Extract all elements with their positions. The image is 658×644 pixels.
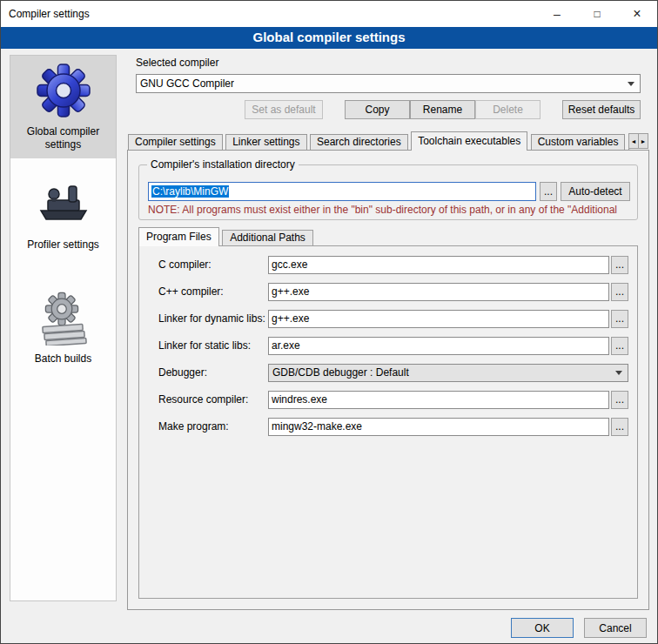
title-bar: Compiler settings – □ × — [1, 1, 657, 27]
tab-custom-variables[interactable]: Custom variables — [531, 134, 626, 150]
resource-compiler-row: Resource compiler: ... — [158, 390, 628, 409]
debugger-row: Debugger: GDB/CDB debugger : Default — [158, 363, 628, 382]
c-compiler-input[interactable] — [268, 256, 609, 274]
debugger-dropdown[interactable]: GDB/CDB debugger : Default — [268, 364, 628, 382]
selected-compiler-label: Selected compiler — [136, 57, 218, 69]
debugger-label: Debugger: — [158, 366, 268, 379]
make-program-label: Make program: — [158, 420, 268, 433]
chevron-down-icon — [628, 82, 634, 86]
compiler-settings-dialog: Compiler settings – □ × Global compiler … — [0, 0, 658, 644]
main-panel: Selected compiler GNU GCC Compiler Set a… — [127, 55, 649, 621]
caption-buttons: – □ × — [537, 1, 657, 27]
ok-button[interactable]: OK — [511, 618, 574, 638]
static-linker-browse-button[interactable]: ... — [611, 337, 628, 355]
cpp-compiler-browse-button[interactable]: ... — [611, 283, 628, 301]
make-program-browse-button[interactable]: ... — [611, 418, 628, 436]
profiler-plane-icon — [36, 176, 91, 231]
selected-compiler-value: GNU GCC Compiler — [137, 77, 234, 90]
sidebar-item-label: Batch builds — [12, 352, 114, 366]
settings-tab-strip: Compiler settings Linker settings Search… — [128, 131, 631, 151]
resource-compiler-label: Resource compiler: — [158, 393, 268, 406]
tab-compiler-settings[interactable]: Compiler settings — [128, 134, 223, 150]
tab-scroll-buttons: ◄ ► — [628, 133, 648, 149]
installation-directory-row: C:\raylib\MinGW ... Auto-detect — [148, 182, 630, 201]
sidebar-item-profiler-settings[interactable]: Profiler settings — [10, 169, 116, 258]
bin-subdirectory-note: NOTE: All programs must exist either in … — [148, 204, 636, 216]
close-button[interactable]: × — [617, 1, 657, 27]
installation-directory-value: C:\raylib\MinGW — [151, 185, 229, 198]
sidebar-item-label: Profiler settings — [12, 238, 114, 252]
program-files-panel: C compiler: ... C++ compiler: ... Linker… — [138, 245, 638, 599]
static-linker-input[interactable] — [268, 337, 609, 355]
compiler-buttons-row: Set as default Copy Rename Delete Reset … — [136, 100, 641, 119]
maximize-button[interactable]: □ — [577, 1, 617, 27]
sidebar-item-label: Global compiler settings — [12, 125, 114, 151]
tab-search-directories[interactable]: Search directories — [310, 134, 408, 150]
static-linker-row: Linker for static libs: ... — [158, 336, 628, 355]
resource-compiler-input[interactable] — [268, 391, 609, 409]
copy-button[interactable]: Copy — [345, 100, 410, 119]
cpp-compiler-row: C++ compiler: ... — [158, 282, 628, 301]
installation-directory-label: Compiler's installation directory — [147, 158, 299, 171]
installation-directory-input[interactable]: C:\raylib\MinGW — [148, 182, 536, 201]
installation-directory-group: Compiler's installation directory C:\ray… — [138, 164, 638, 220]
set-as-default-button[interactable]: Set as default — [245, 100, 323, 119]
dynamic-linker-input[interactable] — [268, 310, 609, 328]
minimize-button[interactable]: – — [537, 1, 577, 27]
sidebar-item-global-compiler-settings[interactable]: Global compiler settings — [10, 56, 116, 158]
static-linker-label: Linker for static libs: — [158, 339, 268, 352]
dialog-header: Global compiler settings — [1, 27, 657, 49]
program-files-tab-strip: Program Files Additional Paths — [138, 227, 312, 247]
c-compiler-row: C compiler: ... — [158, 255, 628, 274]
chevron-down-icon — [615, 371, 622, 375]
c-compiler-browse-button[interactable]: ... — [611, 256, 628, 274]
tab-scroll-right-button[interactable]: ► — [638, 133, 648, 149]
tab-linker-settings[interactable]: Linker settings — [225, 134, 306, 150]
tab-program-files[interactable]: Program Files — [138, 227, 219, 246]
delete-button[interactable]: Delete — [475, 100, 540, 119]
dynamic-linker-row: Linker for dynamic libs: ... — [158, 309, 628, 328]
settings-category-list: Global compiler settings Profiler settin… — [10, 55, 117, 601]
c-compiler-label: C compiler: — [158, 258, 268, 271]
cpp-compiler-input[interactable] — [268, 283, 609, 301]
reset-defaults-button[interactable]: Reset defaults — [562, 100, 641, 119]
blue-gear-icon — [36, 63, 91, 118]
debugger-value: GDB/CDB debugger : Default — [272, 366, 409, 379]
gray-gear-stack-icon — [36, 290, 91, 345]
tab-toolchain-executables[interactable]: Toolchain executables — [411, 131, 527, 151]
rename-button[interactable]: Rename — [410, 100, 475, 119]
dialog-content: Global compiler settings Profiler settin… — [1, 49, 657, 643]
installation-directory-browse-button[interactable]: ... — [540, 182, 557, 201]
toolchain-executables-panel: Compiler's installation directory C:\ray… — [127, 150, 649, 610]
cancel-button[interactable]: Cancel — [584, 618, 647, 638]
selected-compiler-dropdown[interactable]: GNU GCC Compiler — [136, 74, 641, 93]
resource-compiler-browse-button[interactable]: ... — [611, 391, 628, 409]
tab-additional-paths[interactable]: Additional Paths — [222, 230, 313, 245]
window-title: Compiler settings — [1, 8, 90, 20]
dynamic-linker-label: Linker for dynamic libs: — [158, 312, 268, 325]
dynamic-linker-browse-button[interactable]: ... — [611, 310, 628, 328]
cpp-compiler-label: C++ compiler: — [158, 285, 268, 298]
sidebar-item-batch-builds[interactable]: Batch builds — [10, 283, 116, 372]
make-program-input[interactable] — [268, 418, 609, 436]
auto-detect-button[interactable]: Auto-detect — [561, 182, 630, 201]
make-program-row: Make program: ... — [158, 417, 628, 436]
